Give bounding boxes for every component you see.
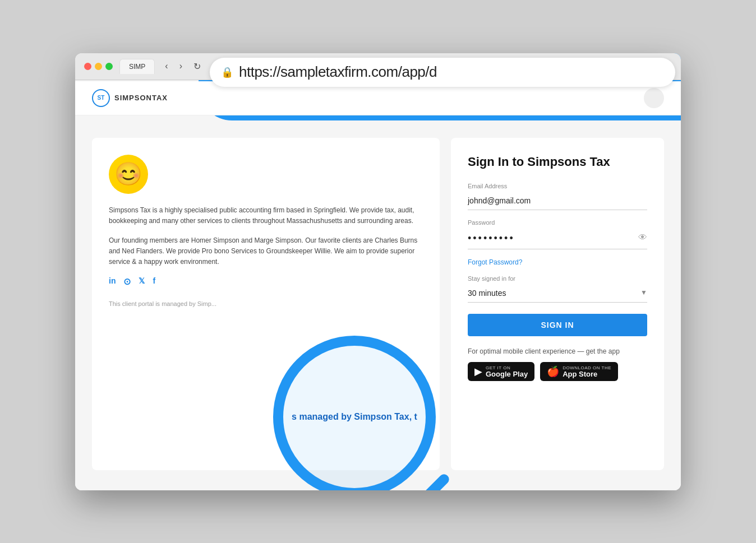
- email-form-group: Email Address: [468, 183, 647, 210]
- password-form-group: Password 👁: [468, 219, 647, 249]
- url-text: https://sampletaxfirm.com/app/d: [239, 63, 437, 81]
- navbar-menu-button[interactable]: [644, 88, 664, 108]
- close-button[interactable]: [84, 63, 91, 70]
- stay-signed-group: Stay signed in for 30 minutes 1 hour 1 d…: [468, 275, 647, 303]
- firm-description-2: Our founding members are Homer Simpson a…: [109, 235, 423, 268]
- back-button[interactable]: ‹: [162, 60, 171, 72]
- twitter-icon[interactable]: 𝕏: [139, 276, 145, 287]
- maximize-button[interactable]: [105, 63, 113, 70]
- brand-logo: ST SIMPSONTAX: [92, 89, 168, 107]
- apple-icon: 🍎: [547, 365, 559, 378]
- left-panel: 😊 Simpsons Tax is a highly specialised p…: [92, 138, 440, 470]
- stay-signed-select-wrapper: 30 minutes 1 hour 1 day ▼: [468, 284, 647, 303]
- firm-description-1: Simpsons Tax is a highly specialised pub…: [109, 205, 423, 226]
- signin-title: Sign In to Simpsons Tax: [468, 155, 647, 169]
- lock-icon: 🔒: [221, 66, 233, 78]
- google-play-badge[interactable]: ▶ GET IT ON Google Play: [468, 362, 534, 381]
- forgot-password-link[interactable]: Forgot Password?: [468, 258, 647, 266]
- google-play-text: GET IT ON Google Play: [486, 365, 528, 378]
- signin-button[interactable]: SIGN IN: [468, 314, 647, 336]
- browser-tab[interactable]: SIMP: [119, 59, 155, 74]
- app-store-text: Download on the App Store: [563, 365, 611, 378]
- avatar-emoji: 😊: [114, 161, 142, 187]
- firm-avatar: 😊: [109, 155, 148, 194]
- traffic-lights: [84, 63, 113, 70]
- main-content: 😊 Simpsons Tax is a highly specialised p…: [75, 115, 681, 490]
- app-badges: ▶ GET IT ON Google Play 🍎 Download on th…: [468, 362, 647, 381]
- app-store-badge[interactable]: 🍎 Download on the App Store: [540, 362, 618, 381]
- email-input[interactable]: [468, 192, 647, 210]
- google-play-icon: ▶: [474, 365, 482, 378]
- stay-signed-label: Stay signed in for: [468, 275, 647, 282]
- browser-content: ST SIMPSONTAX 😊 Simpsons Tax is a highly…: [75, 81, 681, 490]
- brand-name: SIMPSONTAX: [114, 94, 168, 102]
- reload-button[interactable]: ↻: [190, 60, 204, 73]
- minimize-button[interactable]: [95, 63, 102, 70]
- logo-circle: ST: [92, 89, 110, 107]
- password-wrapper: 👁: [468, 228, 647, 249]
- email-label: Email Address: [468, 183, 647, 189]
- password-toggle-icon[interactable]: 👁: [638, 233, 647, 243]
- stay-signed-select[interactable]: 30 minutes 1 hour 1 day: [468, 284, 647, 303]
- linkedin-icon[interactable]: in: [109, 276, 116, 287]
- magnifier-handle: [408, 472, 451, 490]
- social-icons: in ⊙ 𝕏 f: [109, 276, 423, 287]
- password-input[interactable]: [468, 228, 647, 249]
- browser-mockup: SIMP ‹ › ↻ 🔒 https://sampletaxfirm.com/a…: [75, 53, 681, 490]
- nav-controls: ‹ › ↻: [162, 60, 204, 73]
- facebook-icon[interactable]: f: [153, 276, 155, 287]
- right-panel: Sign In to Simpsons Tax Email Address Pa…: [451, 138, 664, 470]
- url-bar[interactable]: 🔒 https://sampletaxfirm.com/app/d: [210, 58, 675, 87]
- forward-button[interactable]: ›: [176, 60, 186, 72]
- password-label: Password: [468, 219, 647, 226]
- app-promo-text: For optimal mobile client experience — g…: [468, 347, 647, 355]
- footer-text: This client portal is managed by Simp...: [109, 300, 423, 307]
- instagram-icon[interactable]: ⊙: [123, 276, 131, 287]
